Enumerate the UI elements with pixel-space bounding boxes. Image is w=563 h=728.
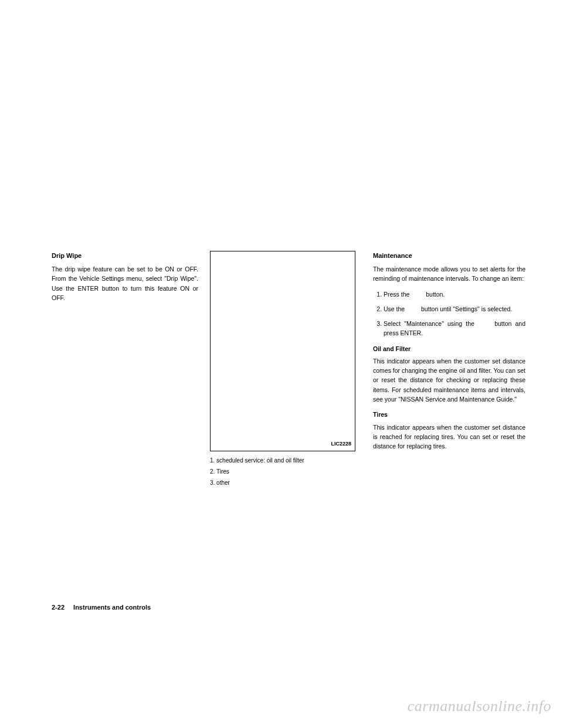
button-icon	[411, 291, 424, 297]
column-2: LIC2228 1. scheduled service: oil and oi…	[210, 251, 361, 488]
tires-paragraph: This indicator appears when the customer…	[373, 423, 525, 451]
step-2: Use the button until "Settings" is selec…	[384, 304, 525, 314]
step-1: Press the button.	[384, 290, 525, 299]
watermark: carmanualsonline.info	[408, 698, 551, 715]
maintenance-steps: Press the button. Use the button until "…	[373, 290, 525, 338]
page-footer: 2-22 Instruments and controls	[52, 604, 151, 611]
button-icon	[406, 305, 419, 311]
figure-captions: 1. scheduled service: oil and oil filter…	[210, 455, 361, 488]
step-3: Select "Maintenance" using the button an…	[384, 319, 525, 338]
caption-1: 1. scheduled service: oil and oil filter	[210, 455, 361, 466]
figure-label: LIC2228	[331, 440, 351, 448]
drip-wipe-paragraph: The drip wipe feature can be set to be O…	[52, 264, 198, 302]
button-icon	[478, 320, 491, 326]
caption-3: 3. other	[210, 477, 361, 488]
page-number: 2-22	[52, 604, 65, 611]
column-3: Maintenance The maintenance mode allows …	[373, 251, 525, 488]
oil-filter-heading: Oil and Filter	[373, 344, 525, 353]
caption-2: 2. Tires	[210, 466, 361, 477]
column-1: Drip Wipe The drip wipe feature can be s…	[52, 251, 198, 488]
maintenance-intro: The maintenance mode allows you to set a…	[373, 264, 525, 284]
figure-box: LIC2228	[210, 251, 355, 451]
section-title: Instruments and controls	[73, 604, 151, 611]
maintenance-heading: Maintenance	[373, 251, 525, 261]
tires-heading: Tires	[373, 410, 525, 419]
page-columns: Drip Wipe The drip wipe feature can be s…	[52, 251, 534, 488]
drip-wipe-heading: Drip Wipe	[52, 251, 198, 261]
oil-filter-paragraph: This indicator appears when the customer…	[373, 356, 525, 404]
